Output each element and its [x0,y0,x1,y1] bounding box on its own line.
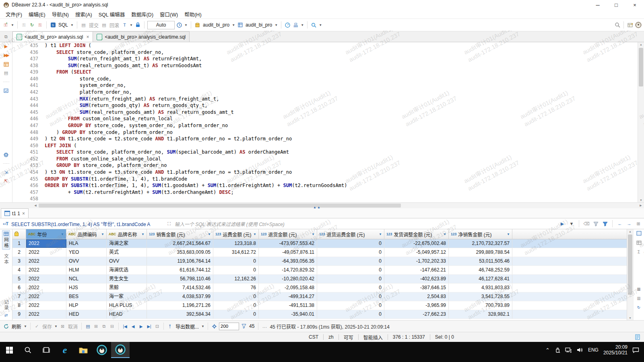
menu-search[interactable]: 搜索(A) [72,10,95,19]
usb-icon[interactable] [555,347,560,353]
row-number[interactable]: 2 [12,248,26,257]
grouping-panel-icon[interactable]: ▥ [636,295,642,301]
network-icon[interactable]: 品 [292,21,299,29]
editor-tab-0[interactable]: <audit_bi_pro> analysis.sql× [12,31,93,42]
cell[interactable]: -35,940.01 [259,310,317,319]
cell[interactable]: 0 [317,239,384,248]
cell[interactable]: -2,095,158.48 [259,284,317,292]
cell[interactable]: 119,106,764.14 [147,257,213,265]
table-row[interactable]: 82022HLPHLA PLUS1,196,271.260-491,511.38… [12,301,627,310]
row-number[interactable]: 7 [12,292,26,301]
cell[interactable]: -49,057,876.11 [259,248,317,257]
grid-settings-gear-icon[interactable] [211,323,218,330]
cell[interactable]: 328,982.1 [449,310,512,319]
sql-editor-icon[interactable]: S [50,21,56,29]
table-row[interactable]: 12022HLA海澜之家2,667,241,564.67123,318.8-47… [12,239,627,248]
taskbar-clock[interactable]: 20:09 2025/10/21 [603,344,627,356]
next-row-icon[interactable]: ▶ [138,323,144,330]
filter-input[interactable]: 输入一个 SQL 表达式来过滤结果 (使用 Ctrl+Space) [175,220,557,227]
cell[interactable]: 0 [213,257,259,265]
record-toggle[interactable]: 记录 [3,300,9,311]
more-dots2-icon[interactable]: ⋯⋯ [3,160,9,167]
cell[interactable]: -3,965.99 [384,301,449,310]
table-row[interactable]: 72022BES海一家4,038,537.990-499,314.2702,50… [12,292,627,301]
schema-icon[interactable] [237,21,244,29]
cell[interactable]: 2022 [26,266,66,274]
table-row[interactable]: 42022HLM海澜优选61,616,744.120-14,720,829.32… [12,266,627,275]
column-sort-icon[interactable]: ▼ [507,232,510,236]
cancel-label[interactable]: 取消 [67,323,78,330]
cell[interactable]: 123,318.8 [213,239,259,248]
cell[interactable]: 299,889,788.54 [449,248,512,257]
tray-chevron-icon[interactable]: ⌃ [545,347,550,353]
save-label[interactable]: 保存 [41,323,53,330]
cell[interactable]: 0 [317,248,384,257]
duplicate-row-icon[interactable]: ⧉ [101,323,107,330]
goto-row-icon[interactable]: ⊡ [154,323,161,330]
results-tab[interactable]: t1 1 × [1,208,29,218]
database-icon[interactable] [194,21,201,29]
cell[interactable]: OVV [107,257,147,265]
menu-navigate[interactable]: 导航(N) [49,10,72,19]
edit-filter-icon[interactable] [592,220,599,227]
export-dropdown-icon[interactable]: ▼ [201,323,205,330]
cell[interactable]: 353,683,009.05 [147,248,213,257]
maximize-button[interactable]: □ [607,0,625,10]
cell[interactable]: 英式 [107,248,147,257]
dbeaver-taskbar-icon-active[interactable] [111,342,130,358]
cell[interactable]: -387,646.15 [384,284,449,292]
column-sort-icon[interactable]: ▼ [101,232,104,236]
delete-row-icon[interactable]: ⊟ [109,323,116,330]
cell[interactable]: 0 [317,292,384,301]
search-icon[interactable] [310,21,317,29]
commit-mode-select[interactable]: Auto [147,21,175,29]
export-label[interactable]: 导出数据... [175,323,200,330]
cell[interactable]: 2022 [26,275,66,283]
settings-gear-icon[interactable] [3,152,9,158]
cell[interactable]: -14,720,829.32 [259,266,317,274]
grid-vscrollbar[interactable]: ▲ ▼ [627,229,633,320]
editor-vscrollbar[interactable]: ▲ ▼ [638,42,644,202]
cell[interactable]: 0 [317,284,384,292]
cell[interactable]: 0 [317,301,384,310]
clear-filter-icon[interactable]: ⌫ [583,220,590,227]
network-dropdown-icon[interactable]: ▼ [300,21,304,29]
cell[interactable]: -1,702,202.33 [384,257,449,265]
cell[interactable]: 2,667,241,564.67 [147,239,213,248]
transaction-mode-icon[interactable]: T [121,21,128,29]
column-header-5[interactable]: 123退货金额 (元)▼ [259,229,317,239]
row-number[interactable]: 4 [12,266,26,274]
transaction-log-icon[interactable] [176,21,183,29]
lock-icon[interactable] [134,21,141,29]
cell[interactable]: 7,414,532.46 [147,284,213,292]
error-log-icon[interactable] [635,334,640,340]
output-panel-icon[interactable] [3,88,9,94]
cell[interactable]: HLP [66,301,107,310]
column-sort-icon[interactable]: ▼ [253,232,256,236]
execute-sql-icon[interactable]: ▶ [3,43,9,49]
sql-editor-area[interactable]: ▶ ▶▶ ▤ ⋯⋯ ⋯⋯ ⇲ ⇱ 435) t1 LEFT JOIN (436 … [0,42,644,202]
cell[interactable]: 1,196,271.26 [147,301,213,310]
cell[interactable]: -10,280,020.42 [259,275,317,283]
cell[interactable]: 0 [317,266,384,274]
reconnect-icon[interactable]: ↻ [29,21,35,29]
cell[interactable]: 0 [213,301,259,310]
cell[interactable]: 2022 [26,257,66,265]
cell[interactable]: 2022 [26,310,66,319]
column-header-2[interactable]: ABC品牌名称▼ [107,229,147,239]
row-header-corner[interactable] [12,229,26,239]
sql-editor-label[interactable]: SQL [58,22,69,28]
menu-sql-editor[interactable]: SQL 编辑器 [95,10,128,19]
fetch-filter-icon[interactable] [240,323,247,330]
cell[interactable]: 海一家 [107,292,147,301]
cell[interactable]: -27,662.23 [384,310,449,319]
database-dropdown-icon[interactable]: ▼ [231,21,235,29]
last-row-icon[interactable]: ▶| [146,323,153,330]
load-from-file-icon[interactable]: ⇱ [3,178,9,184]
explain-plan-icon[interactable] [3,61,9,67]
cell[interactable]: 海澜优选 [107,266,147,274]
panel-toggle-icon[interactable]: ⊞ [635,220,642,227]
cell[interactable]: -5,049,957.12 [384,248,449,257]
cell[interactable]: HLM [66,266,107,274]
table-row[interactable]: 92022HEDHEAD392,584.340-35,940.010-27,66… [12,310,627,319]
